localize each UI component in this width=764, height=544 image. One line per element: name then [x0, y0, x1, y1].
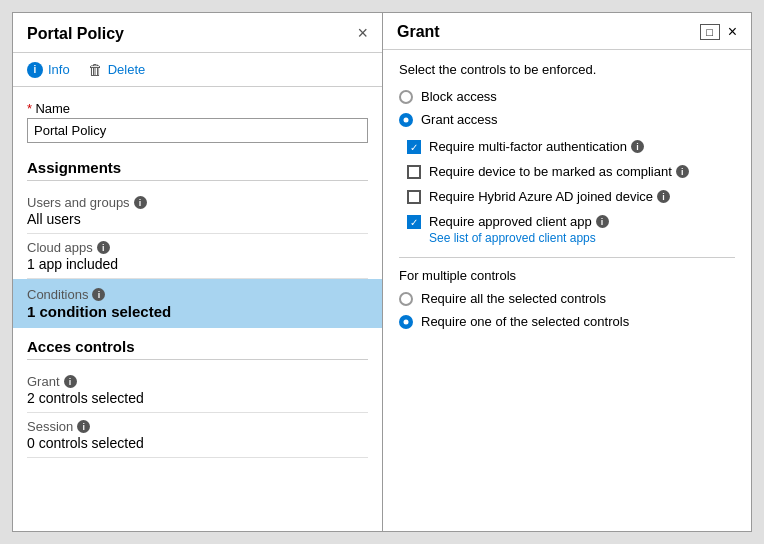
- left-close-button[interactable]: ×: [357, 23, 368, 44]
- name-input[interactable]: [27, 118, 368, 143]
- right-subtitle: Select the controls to be enforced.: [399, 62, 735, 77]
- session-value: 0 controls selected: [27, 435, 368, 451]
- acces-controls-section: Acces controls Grant i 2 controls select…: [27, 338, 368, 458]
- checkbox-compliant[interactable]: [407, 165, 421, 179]
- approved-link[interactable]: See list of approved client apps: [429, 231, 609, 245]
- right-panel-header: Grant □ ×: [383, 13, 751, 50]
- right-panel-body: Select the controls to be enforced. Bloc…: [383, 50, 751, 531]
- conditions-value: 1 condition selected: [27, 303, 368, 320]
- info-toolbar-item[interactable]: i Info: [27, 62, 70, 78]
- hybrid-info-icon: i: [657, 190, 670, 203]
- grant-access-radio[interactable]: [399, 113, 413, 127]
- delete-toolbar-item[interactable]: 🗑 Delete: [88, 61, 146, 78]
- checkbox-label-approved: Require approved client appi: [429, 214, 609, 229]
- checkbox-row-hybrid[interactable]: Require Hybrid Azure AD joined devicei: [407, 189, 735, 204]
- session-label: Session i: [27, 419, 368, 434]
- checkbox-label-hybrid: Require Hybrid Azure AD joined devicei: [429, 189, 670, 204]
- session-info-icon: i: [77, 420, 90, 433]
- checkbox-row-approved[interactable]: ✓Require approved client appiSee list of…: [407, 214, 735, 245]
- multiple-controls-label: For multiple controls: [399, 268, 735, 283]
- name-field-label: * Name: [27, 101, 368, 116]
- grant-access-radio-row[interactable]: Grant access: [399, 112, 735, 127]
- block-access-label: Block access: [421, 89, 497, 104]
- right-close-button[interactable]: ×: [728, 24, 737, 40]
- left-panel-body: * Name Assignments Users and groups i Al…: [13, 87, 382, 531]
- checkbox-mfa[interactable]: ✓: [407, 140, 421, 154]
- conditions-label: Conditions i: [27, 287, 368, 302]
- right-panel: Grant □ × Select the controls to be enfo…: [383, 13, 751, 531]
- grant-item[interactable]: Grant i 2 controls selected: [27, 368, 368, 413]
- compliant-info-icon: i: [676, 165, 689, 178]
- checkbox-row-mfa[interactable]: ✓Require multi-factor authenticationi: [407, 139, 735, 154]
- conditions-info-icon: i: [92, 288, 105, 301]
- block-access-radio[interactable]: [399, 90, 413, 104]
- checkbox-row-compliant[interactable]: Require device to be marked as compliant…: [407, 164, 735, 179]
- require-all-radio[interactable]: [399, 292, 413, 306]
- require-all-label: Require all the selected controls: [421, 291, 606, 306]
- require-one-radio[interactable]: [399, 315, 413, 329]
- panel-toolbar: i Info 🗑 Delete: [13, 53, 382, 87]
- require-all-radio-row[interactable]: Require all the selected controls: [399, 291, 735, 306]
- divider: [399, 257, 735, 258]
- left-panel-title: Portal Policy: [27, 25, 124, 43]
- info-icon: i: [27, 62, 43, 78]
- users-groups-value: All users: [27, 211, 368, 227]
- left-panel-header: Portal Policy ×: [13, 13, 382, 53]
- approved-info-icon: i: [596, 215, 609, 228]
- checkbox-approved[interactable]: ✓: [407, 215, 421, 229]
- conditions-item[interactable]: Conditions i 1 condition selected: [13, 279, 382, 328]
- checkbox-label-compliant: Require device to be marked as compliant…: [429, 164, 689, 179]
- require-one-label: Require one of the selected controls: [421, 314, 629, 329]
- users-groups-label: Users and groups i: [27, 195, 368, 210]
- assignments-title: Assignments: [27, 159, 368, 181]
- maximize-button[interactable]: □: [700, 24, 720, 40]
- session-item[interactable]: Session i 0 controls selected: [27, 413, 368, 458]
- cloud-apps-item[interactable]: Cloud apps i 1 app included: [27, 234, 368, 279]
- grant-value: 2 controls selected: [27, 390, 368, 406]
- left-panel: Portal Policy × i Info 🗑 Delete * Name A…: [13, 13, 383, 531]
- checkbox-hybrid[interactable]: [407, 190, 421, 204]
- acces-controls-title: Acces controls: [27, 338, 368, 360]
- info-label: Info: [48, 62, 70, 77]
- right-panel-title: Grant: [397, 23, 440, 41]
- cloud-apps-value: 1 app included: [27, 256, 368, 272]
- block-access-radio-row[interactable]: Block access: [399, 89, 735, 104]
- checkbox-label-mfa: Require multi-factor authenticationi: [429, 139, 644, 154]
- cloud-apps-label: Cloud apps i: [27, 240, 368, 255]
- delete-label: Delete: [108, 62, 146, 77]
- checkbox-rows: ✓Require multi-factor authenticationiReq…: [407, 139, 735, 245]
- require-one-radio-row[interactable]: Require one of the selected controls: [399, 314, 735, 329]
- grant-access-label: Grant access: [421, 112, 498, 127]
- delete-icon: 🗑: [88, 61, 103, 78]
- users-groups-item[interactable]: Users and groups i All users: [27, 189, 368, 234]
- grant-label: Grant i: [27, 374, 368, 389]
- cloud-info-icon: i: [97, 241, 110, 254]
- users-info-icon: i: [134, 196, 147, 209]
- right-header-buttons: □ ×: [700, 24, 737, 40]
- mfa-info-icon: i: [631, 140, 644, 153]
- grant-info-icon: i: [64, 375, 77, 388]
